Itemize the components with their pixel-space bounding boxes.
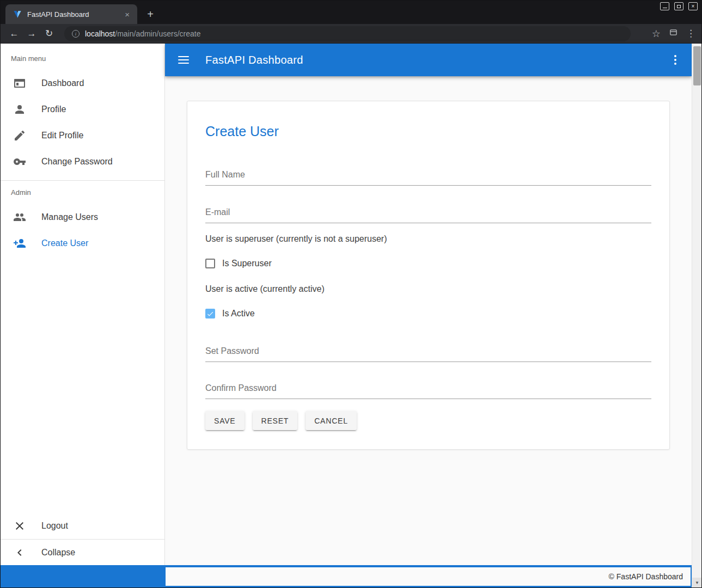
dashboard-icon [13,77,26,90]
sidebar-item-label: Manage Users [41,212,98,222]
app-bar-title: FastAPI Dashboard [205,54,303,66]
people-icon [13,211,26,224]
superuser-checkbox-row: Is Superuser [205,259,651,268]
active-checkbox-row: Is Active [205,309,651,318]
close-x-icon [13,519,26,532]
sidebar-item-label: Logout [41,521,68,531]
sidebar-section-admin: Admin [0,181,164,204]
sidebar-item-label: Change Password [41,157,113,167]
sidebar-item-label: Edit Profile [41,131,83,140]
app-footer: © FastAPI Dashboard [0,565,692,588]
page-title: Create User [205,123,651,139]
new-tab-button[interactable]: + [144,8,157,21]
sidebar-item-label: Dashboard [41,78,84,88]
app-bar-kebab-icon[interactable] [672,53,679,67]
vuetify-logo-icon [13,10,22,19]
active-hint-text: User is active (currently active) [205,284,651,294]
url-text: localhost/main/admin/users/create [85,29,200,38]
sidebar-item-create-user[interactable]: Create User [0,230,164,256]
window-controls: × [660,2,698,10]
hamburger-menu-icon[interactable] [178,56,189,64]
browser-menu-kebab-icon[interactable]: ⋮ [686,28,695,39]
person-add-icon [13,237,26,250]
superuser-checkbox[interactable] [205,259,215,268]
sidebar-item-label: Profile [41,105,66,114]
browser-tab[interactable]: FastAPI Dashboard × [5,4,137,24]
active-checkbox-label[interactable]: Is Active [222,309,255,318]
set-password-input[interactable] [205,343,651,362]
sidebar-item-manage-users[interactable]: Manage Users [0,204,164,230]
page-scrollbar[interactable]: ▼ [692,44,702,588]
person-icon [13,103,26,116]
copyright-text: © FastAPI Dashboard [609,572,683,581]
sidebar-item-profile[interactable]: Profile [0,96,164,122]
extensions-icon[interactable] [669,28,677,39]
create-user-card: Create User User is superuser (currently… [187,101,670,450]
superuser-checkbox-label[interactable]: Is Superuser [222,259,272,268]
sidebar-item-dashboard[interactable]: Dashboard [0,70,164,96]
sidebar-item-collapse[interactable]: Collapse [0,539,164,565]
bookmark-star-icon[interactable]: ☆ [652,28,661,40]
url-path: /main/admin/users/create [115,29,200,38]
minimize-button[interactable] [660,2,669,10]
sidebar-item-label: Create User [41,238,88,248]
sidebar-item-edit-profile[interactable]: Edit Profile [0,122,164,149]
back-icon[interactable]: ← [5,28,23,39]
sidebar-item-change-password[interactable]: Change Password [0,149,164,175]
save-button[interactable]: SAVE [205,411,245,430]
confirm-password-input[interactable] [205,380,651,399]
footer-copyright-bar: © FastAPI Dashboard [166,567,691,586]
sidebar-spacer [0,256,164,513]
sidebar-section-main-menu: Main menu [0,44,164,70]
browser-toolbar: ← → ↻ i localhost/main/admin/users/creat… [0,24,702,44]
url-host: localhost [85,29,115,38]
cancel-button[interactable]: CANCEL [306,411,357,430]
sidebar: Main menu Dashboard Profile Edit Profile… [0,44,165,565]
full-name-input[interactable] [205,167,651,186]
scrollbar-down-arrow[interactable]: ▼ [692,578,702,588]
active-checkbox[interactable] [205,309,215,318]
sidebar-item-logout[interactable]: Logout [0,513,164,539]
forward-icon[interactable]: → [23,28,40,39]
close-button[interactable]: × [688,2,698,10]
app-bar: FastAPI Dashboard [165,44,692,76]
reset-button[interactable]: RESET [253,411,298,430]
superuser-hint-text: User is superuser (currently is not a su… [205,234,651,244]
sidebar-item-label: Collapse [41,548,75,558]
reload-icon[interactable]: ↻ [40,28,58,39]
tab-close-icon[interactable]: × [123,9,132,20]
scrollbar-thumb[interactable] [693,46,701,85]
email-input[interactable] [205,204,651,223]
address-bar[interactable]: i localhost/main/admin/users/create [64,26,631,41]
chevron-left-icon [13,546,26,559]
form-actions: SAVE RESET CANCEL [205,411,651,430]
tab-title: FastAPI Dashboard [27,10,123,19]
maximize-button[interactable] [674,2,683,10]
key-icon [13,155,26,168]
site-info-icon[interactable]: i [72,30,80,38]
pencil-icon [13,129,26,142]
tab-strip: FastAPI Dashboard × + × [0,0,702,24]
